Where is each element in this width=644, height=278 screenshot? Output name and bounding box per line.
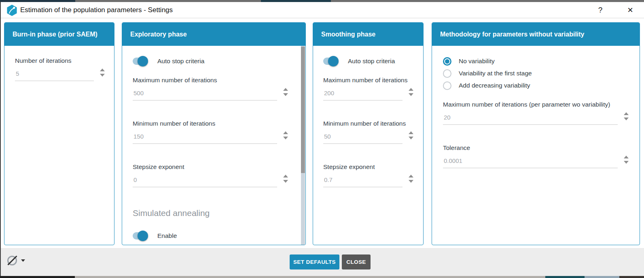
- spinner: [623, 154, 629, 168]
- radio-no-variability[interactable]: No variability: [443, 55, 495, 67]
- simulated-annealing-title: Simulated annealing: [133, 208, 210, 218]
- field-max-iterations: Maximum number of iterations 500: [133, 77, 288, 101]
- spinner-down-icon[interactable]: [409, 93, 413, 96]
- spinner-up-icon[interactable]: [283, 131, 288, 134]
- spinner-up-icon[interactable]: [409, 131, 413, 134]
- spinner-down-icon[interactable]: [624, 161, 629, 164]
- field-label: Maximum number of iterations (per parame…: [443, 101, 629, 108]
- field-min-iterations: Minimum number of iterations 50: [323, 120, 414, 144]
- set-defaults-button[interactable]: SET DEFAULTS: [290, 254, 339, 269]
- spinner-up-icon[interactable]: [283, 88, 288, 91]
- spinner-down-icon[interactable]: [100, 74, 105, 77]
- toggle-label: Auto stop criteria: [348, 58, 395, 65]
- close-button[interactable]: CLOSE: [342, 254, 371, 269]
- title-bar: Estimation of the population parameters …: [0, 2, 644, 18]
- spinner: [408, 173, 414, 187]
- spinner-down-icon[interactable]: [624, 118, 629, 120]
- stepsize-exponent-input[interactable]: 0: [133, 173, 277, 187]
- background-window-segment: [545, 276, 585, 278]
- field-max-iterations-wo-variability: Maximum number of iterations (per parame…: [443, 101, 629, 125]
- radio-label: No variability: [459, 58, 495, 65]
- window-title: Estimation of the population parameters …: [20, 2, 173, 18]
- panel-methodology: Methodology for parameters without varia…: [432, 22, 640, 245]
- simulated-annealing-enable-toggle[interactable]: [133, 232, 148, 240]
- toggle-knob: [328, 56, 339, 66]
- auto-stop-toggle-row: Auto stop criteria: [323, 56, 395, 66]
- spinner-up-icon[interactable]: [624, 156, 629, 158]
- radio-icon: [443, 69, 451, 78]
- spinner: [282, 86, 288, 101]
- background-window-segment: [585, 276, 619, 278]
- spinner-down-icon[interactable]: [409, 137, 413, 139]
- spinner: [408, 86, 414, 101]
- spinner-down-icon[interactable]: [283, 180, 288, 183]
- field-label: Maximum number of iterations: [323, 77, 414, 84]
- number-of-iterations-input[interactable]: 5: [15, 67, 94, 81]
- field-max-iterations: Maximum number of iterations 200: [323, 77, 414, 101]
- spinner-up-icon[interactable]: [409, 88, 413, 91]
- panel-body: Auto stop criteria Maximum number of ite…: [313, 46, 423, 245]
- max-iterations-wo-variability-input[interactable]: 20: [443, 111, 618, 125]
- spinner: [282, 173, 288, 187]
- field-number-of-iterations: Number of iterations 5: [15, 57, 105, 81]
- panel-body: Auto stop criteria Maximum number of ite…: [122, 46, 305, 245]
- panel-header: Exploratory phase: [122, 23, 305, 46]
- toggle-knob: [138, 56, 148, 66]
- field-label: Stepsize exponent: [323, 163, 414, 171]
- panel-burnin-phase: Burn-in phase (prior SAEM) Number of ite…: [4, 22, 114, 245]
- panel-body: Number of iterations 5: [4, 46, 114, 245]
- panel-header: Burn-in phase (prior SAEM): [4, 23, 114, 46]
- spinner-up-icon[interactable]: [283, 175, 288, 177]
- background-window-segment: [261, 0, 331, 2]
- min-iterations-input[interactable]: 150: [133, 130, 277, 144]
- spinner-down-icon[interactable]: [283, 93, 288, 96]
- field-label: Minimum number of iterations: [323, 120, 414, 127]
- scrollbar-thumb[interactable]: [301, 47, 305, 173]
- scrollbar-track[interactable]: [301, 46, 305, 245]
- radio-icon: [443, 57, 451, 66]
- field-label: Minimum number of iterations: [133, 120, 288, 127]
- field-min-iterations: Minimum number of iterations 150: [133, 120, 288, 144]
- max-iterations-input[interactable]: 200: [323, 86, 402, 101]
- max-iterations-input[interactable]: 500: [133, 86, 277, 101]
- radio-add-decreasing-variability[interactable]: Add decreasing variability: [443, 79, 530, 92]
- help-icon[interactable]: ?: [595, 4, 606, 16]
- dropdown-caret-icon: [21, 259, 25, 262]
- radio-icon: [443, 81, 451, 90]
- enable-toggle-row: Enable: [133, 231, 177, 241]
- auto-stop-toggle[interactable]: [133, 58, 148, 65]
- spinner: [282, 130, 288, 144]
- field-label: Maximum number of iterations: [133, 77, 288, 84]
- spinner: [99, 67, 105, 81]
- background-window-segment: [0, 0, 75, 2]
- radio-label: Add decreasing variability: [459, 82, 530, 89]
- auto-stop-toggle[interactable]: [323, 58, 338, 65]
- panel-smoothing-phase: Smoothing phase Auto stop criteria Maxim…: [313, 22, 424, 245]
- spinner: [623, 111, 629, 125]
- background-window-edge-left: [0, 2, 1, 278]
- field-stepsize-exponent: Stepsize exponent 0: [133, 163, 288, 187]
- spinner-down-icon[interactable]: [283, 137, 288, 139]
- settings-dialog: Estimation of the population parameters …: [0, 0, 644, 278]
- radio-label: Variability at the first stage: [459, 70, 532, 77]
- panel-exploratory-phase: Exploratory phase Auto stop criteria Max…: [122, 22, 306, 245]
- spinner-up-icon[interactable]: [624, 112, 629, 115]
- min-iterations-input[interactable]: 50: [323, 130, 402, 144]
- background-window-edge-bottom: [0, 276, 644, 278]
- spinner-down-icon[interactable]: [409, 180, 413, 183]
- toggle-label: Enable: [157, 232, 177, 240]
- spinner-up-icon[interactable]: [100, 68, 105, 71]
- panel-header: Smoothing phase: [313, 23, 423, 46]
- background-window-segment: [619, 276, 644, 278]
- tolerance-input[interactable]: 0.0001: [443, 154, 618, 168]
- radio-variability-first-stage[interactable]: Variability at the first stage: [443, 67, 532, 79]
- empty-set-dropdown[interactable]: [6, 254, 27, 268]
- spinner: [408, 130, 414, 144]
- field-label: Tolerance: [443, 144, 629, 152]
- stepsize-exponent-input[interactable]: 0.7: [323, 173, 402, 187]
- close-icon[interactable]: ✕: [624, 4, 636, 16]
- spinner-up-icon[interactable]: [409, 175, 413, 177]
- monolix-logo-icon: [6, 4, 17, 16]
- toggle-label: Auto stop criteria: [157, 58, 204, 65]
- background-window-edge-top: [0, 0, 644, 2]
